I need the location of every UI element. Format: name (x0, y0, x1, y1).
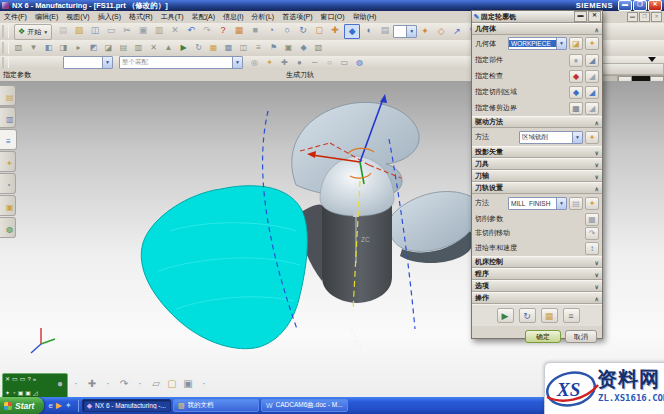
tip-panel-icon[interactable]: ✦ (5, 389, 10, 397)
menu-item[interactable]: 分析(L) (248, 12, 279, 22)
list-icon[interactable]: ≡ (252, 42, 265, 54)
toolbar-grip[interactable] (2, 42, 9, 55)
menu-item[interactable]: 窗口(O) (317, 12, 349, 22)
menu-item[interactable]: 文件(F) (0, 12, 31, 22)
section-actions[interactable]: 操作 ∧ (472, 292, 602, 304)
fixed-contour-mill-dialog[interactable]: ✎ 固定轮廓铣 ▬ ✕ 几何体 ∧ 几何体 WORKPIECE ▼ ◪ ✦ 指定… (471, 10, 603, 339)
menu-item[interactable]: 编辑(E) (31, 12, 62, 22)
toolbar-overflow-icon[interactable] (648, 57, 656, 62)
dot-sep-icon[interactable]: · (69, 377, 83, 390)
paste-icon[interactable]: ▥ (152, 24, 166, 37)
redo-icon[interactable]: ↷ (200, 24, 214, 37)
close-button[interactable]: ✕ (648, 0, 662, 11)
copy-operation-icon[interactable]: ▤ (117, 42, 130, 54)
ok-button[interactable]: 确定 (525, 330, 561, 343)
arc-center-icon[interactable]: ○ (323, 57, 336, 68)
minimize-button[interactable]: ▬ (618, 0, 632, 11)
create-geometry-icon[interactable]: ◧ (42, 42, 55, 54)
selection-filter-combo[interactable]: ▼ (63, 56, 113, 69)
zoom-icon[interactable]: ○ (280, 24, 294, 37)
selection-scope-combo[interactable]: 整个装配 ▼ (119, 56, 243, 69)
face-snap-icon[interactable]: ▢ (165, 377, 179, 390)
shaded-view-icon[interactable]: ◆ (344, 24, 360, 39)
zoom-window-icon[interactable]: ◔ (264, 24, 278, 37)
start-app-button[interactable]: ❖ 开始 ▼ (14, 24, 52, 40)
point-icon[interactable]: ✚ (278, 57, 291, 68)
create-program-icon[interactable]: ▧ (12, 42, 25, 54)
delete-icon[interactable]: ✕ (168, 24, 182, 37)
wcs-triad[interactable] (31, 328, 55, 353)
dialog-collapse-icon[interactable]: ▬ (574, 11, 587, 22)
display-part-button[interactable]: ◢ (585, 54, 599, 67)
dialog-titlebar[interactable]: ✎ 固定轮廓铣 ▬ ✕ (472, 11, 602, 23)
feeds-speeds-button[interactable]: ↕ (585, 242, 599, 255)
start-button[interactable]: Start (0, 397, 44, 414)
internet-explorer-tab[interactable]: ◍ (0, 217, 16, 238)
select-trim-button[interactable]: ▦ (569, 102, 583, 115)
fit-view-icon[interactable]: ◻ (312, 24, 326, 37)
tip-panel-icon[interactable]: ▣ (25, 389, 31, 397)
generate-button[interactable]: ▶ (497, 308, 514, 323)
assembly-navigator-tab[interactable]: ▤ (0, 85, 16, 106)
restore-button[interactable]: ❐ (633, 0, 647, 11)
rotate-view-icon[interactable]: ↻ (296, 24, 310, 37)
replay-button[interactable]: ↻ (519, 308, 536, 323)
cut-operation-icon[interactable]: ◪ (102, 42, 115, 54)
section-geometry[interactable]: 几何体 ∧ (472, 23, 602, 35)
select-part-button[interactable]: ● (569, 54, 583, 67)
menu-item[interactable]: 帮助(H) (349, 12, 381, 22)
cancel-button[interactable]: 取消 (565, 330, 597, 343)
create-method-icon[interactable]: ◨ (57, 42, 70, 54)
toolbar-grip[interactable] (2, 57, 9, 67)
section-tool[interactable]: 刀具 ∨ (472, 158, 602, 170)
section-path-settings[interactable]: 刀轨设置 ∧ (472, 182, 602, 194)
tip-panel-icon[interactable]: ? (27, 375, 30, 383)
menu-item[interactable]: 视图(V) (62, 12, 93, 22)
media-quicklaunch-icon[interactable]: ▶ (56, 401, 62, 410)
task-word-doc[interactable]: W CADCAM6曲.doc - M... (261, 399, 348, 412)
verify-button[interactable]: ▦ (541, 308, 558, 323)
section-program[interactable]: 程序 ∨ (472, 268, 602, 280)
cutting-params-button[interactable]: ▦ (585, 213, 599, 226)
tip-panel-icon[interactable]: ▭ (12, 375, 18, 383)
flag-icon[interactable]: ⚑ (267, 42, 280, 54)
display-trim-button[interactable]: ◢ (585, 102, 599, 115)
menu-item[interactable]: 信息(I) (219, 12, 248, 22)
print-icon[interactable]: ▭ (104, 24, 118, 37)
menu-item[interactable]: 格式(R) (125, 12, 157, 22)
msn-quicklaunch-icon[interactable]: ✦ (65, 401, 72, 410)
datum-csys-icon[interactable]: ✦ (418, 25, 432, 38)
new-method-button[interactable]: ▤ (569, 197, 583, 210)
transform-icon[interactable]: ▲ (162, 42, 175, 54)
machine-icon[interactable]: ◫ (237, 42, 250, 54)
display-mode-icon[interactable]: ■ (248, 24, 262, 37)
docked-panel-button[interactable] (602, 63, 664, 75)
tool-display-icon[interactable]: ◆ (297, 42, 310, 54)
orient-view-icon[interactable]: ◐ (362, 24, 376, 37)
layers-icon[interactable]: ▦ (232, 24, 246, 37)
menu-item[interactable]: 首选项(P) (278, 12, 316, 22)
end-point-icon[interactable]: ● (293, 57, 306, 68)
select-cut-area-button[interactable]: ◆ (569, 86, 583, 99)
undo-icon[interactable]: ↶ (184, 24, 198, 37)
edit-geometry-button[interactable]: ✦ (585, 37, 599, 50)
ie-quicklaunch-icon[interactable]: e (48, 401, 52, 410)
edit-operation-icon[interactable]: ◩ (87, 42, 100, 54)
copy-icon[interactable]: ▣ (136, 24, 150, 37)
tip-panel-icon[interactable]: ◿ (33, 389, 38, 397)
datum-plane-icon[interactable]: ◇ (434, 25, 448, 38)
workpiece-icon[interactable]: ▣ (282, 42, 295, 54)
dialog-close-icon[interactable]: ✕ (588, 11, 601, 22)
tip-panel-icon[interactable]: ◔ (12, 389, 16, 397)
shop-doc-icon[interactable]: ▧ (312, 42, 325, 54)
create-operation-icon[interactable]: ▸ (72, 42, 85, 54)
blade-cut-area-highlighted[interactable] (141, 186, 307, 349)
verify-toolpath-icon[interactable]: ▦ (207, 42, 220, 54)
section-machine-control[interactable]: 机床控制 ∨ (472, 256, 602, 268)
machine-tool-navigator-tab[interactable]: ✦ (0, 151, 16, 172)
section-drive-method[interactable]: 驱动方法 ∧ (472, 116, 602, 128)
pan-icon[interactable]: ✚ (328, 24, 342, 37)
magnet-icon[interactable]: ◎ (248, 57, 261, 68)
geometry-combo[interactable]: WORKPIECE ▼ (508, 37, 567, 50)
open-folder-icon[interactable]: ▨ (72, 24, 86, 37)
